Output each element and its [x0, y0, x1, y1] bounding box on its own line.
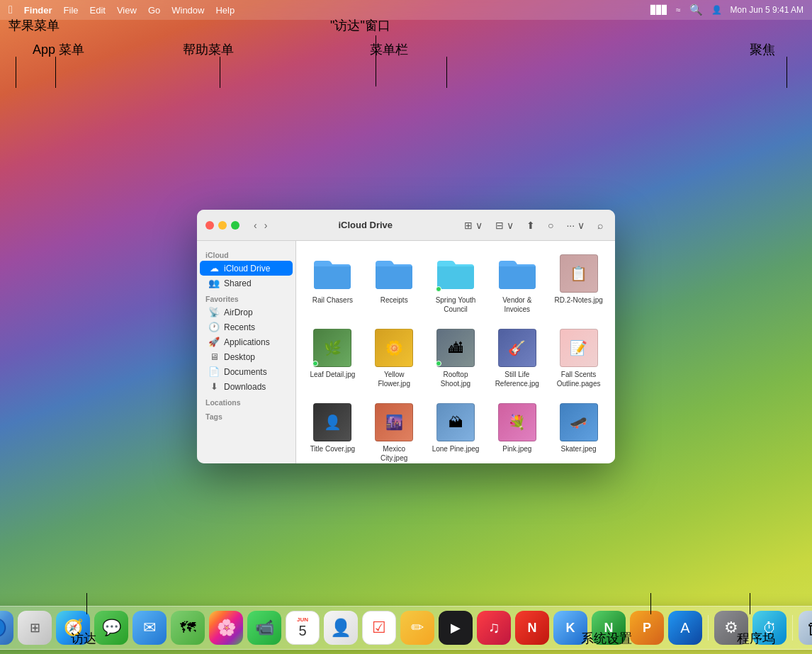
folder-svg — [312, 256, 352, 291]
share-button[interactable]: ⬆ — [523, 218, 538, 233]
view-grid-button[interactable]: ⊞ ∨ — [461, 218, 486, 233]
safari-icon: 🧭 — [64, 619, 83, 637]
sidebar-item-shared[interactable]: 👥 Shared — [200, 276, 293, 291]
file-item-lone-pine[interactable]: 🏔 Lone Pine.jpeg — [428, 398, 484, 463]
dock-item-appletv[interactable]: ▶ — [439, 611, 473, 645]
finder-menu-item[interactable]: Finder — [24, 5, 52, 16]
documents-icon: 📄 — [208, 366, 220, 377]
sidebar-item-icloud-drive[interactable]: ☁ iCloud Drive — [200, 261, 293, 276]
news-icon: N — [528, 621, 537, 636]
dock-item-music[interactable]: ♫ — [477, 611, 511, 645]
dock-item-mail[interactable]: ✉ — [132, 611, 167, 645]
dock-item-screentime[interactable]: ⏱ — [752, 611, 786, 645]
dock-item-launchpad[interactable]: ⊞ — [18, 611, 52, 645]
minimize-button[interactable] — [218, 221, 227, 230]
image-icon-wrapper: 📝 — [558, 328, 600, 368]
file-item-title-cover[interactable]: 👤 Title Cover.jpg — [305, 398, 361, 463]
launchpad-icon: ⊞ — [30, 620, 40, 636]
recents-label: Recents — [224, 322, 255, 332]
dock-item-numbers[interactable]: N — [592, 611, 626, 645]
image-icon-wrapper: 🌼 — [373, 328, 415, 368]
edit-menu-item[interactable]: Edit — [90, 5, 106, 16]
file-grid: Rail Chasers Receipts — [305, 249, 607, 463]
sidebar-item-airdrop[interactable]: 📡 AirDrop — [200, 305, 293, 320]
apple-menu-item[interactable]:  — [9, 4, 13, 16]
sidebar-item-recents[interactable]: 🕐 Recents — [200, 320, 293, 334]
dock-item-facetime[interactable]: 📹 — [247, 611, 281, 645]
sidebar-item-downloads[interactable]: ⬇ Downloads — [200, 379, 293, 394]
dock-item-maps[interactable]: 🗺 — [171, 611, 205, 645]
user-icon[interactable]: 👤 — [711, 5, 722, 15]
pages-thumbnail: 📝 — [560, 329, 598, 367]
sidebar-item-applications[interactable]: 🚀 Applications — [200, 334, 293, 349]
back-button[interactable]: ‹ — [251, 218, 260, 232]
dock-item-reminders[interactable]: ☑ — [362, 611, 396, 645]
folder-icon-wrapper — [311, 254, 354, 293]
file-item-spring-youth[interactable]: Spring Youth Council — [428, 249, 484, 318]
sidebar-item-desktop[interactable]: 🖥 Desktop — [200, 349, 293, 364]
file-item-mexico-city[interactable]: 🌆 Mexico City.jpeg — [366, 398, 422, 463]
image-thumbnail: 🎸 — [498, 329, 536, 367]
dock-item-system-settings[interactable]: ⚙ — [714, 611, 748, 645]
tag-button[interactable]: ○ — [544, 218, 557, 233]
file-menu-item[interactable]: File — [64, 5, 79, 16]
desktop-label: Desktop — [224, 352, 255, 362]
file-item-pink[interactable]: 💐 Pink.jpeg — [489, 398, 545, 463]
window-menu-item[interactable]: Window — [171, 5, 204, 16]
go-menu-item[interactable]: Go — [148, 5, 160, 16]
icloud-section-label: iCloud — [197, 247, 295, 261]
help-menu-item[interactable]: Help — [215, 5, 235, 16]
wifi-icon: ≈ — [676, 5, 681, 15]
file-item-leaf[interactable]: 🌿 Leaf Detail.jpg — [305, 324, 361, 393]
file-item-still-life[interactable]: 🎸 Still Life Reference.jpg — [489, 324, 545, 393]
dock-item-appstore[interactable]: A — [668, 611, 702, 645]
sync-dot — [436, 361, 441, 366]
folder-icon-wrapper — [434, 254, 477, 293]
zoom-button[interactable] — [231, 221, 239, 230]
sort-button[interactable]: ⊟ ∨ — [492, 218, 517, 233]
shared-label: Shared — [224, 278, 252, 288]
recents-icon: 🕐 — [208, 322, 220, 332]
file-item-rd2notes[interactable]: 📋 RD.2-Notes.jpg — [551, 249, 607, 318]
dock-item-pages[interactable]: P — [630, 611, 664, 645]
dock-item-calendar[interactable]: JUN 5 — [286, 611, 320, 645]
file-label: Mexico City.jpeg — [369, 444, 419, 463]
file-item-vendor[interactable]: Vendor & Invoices — [489, 249, 545, 318]
forward-button[interactable]: › — [261, 218, 271, 232]
sidebar-item-documents[interactable]: 📄 Documents — [200, 364, 293, 379]
downloads-icon: ⬇ — [208, 381, 220, 392]
close-button[interactable] — [205, 221, 214, 230]
search-icon[interactable]: 🔍 — [689, 4, 703, 16]
dock-item-contacts[interactable]: 👤 — [324, 611, 358, 645]
image-thumbnail: 📋 — [560, 254, 598, 293]
dock-item-news[interactable]: N — [515, 611, 549, 645]
photos-icon: 🌸 — [217, 619, 236, 637]
dock-item-safari[interactable]: 🧭 — [56, 611, 90, 645]
more-button[interactable]: ··· ∨ — [563, 218, 588, 233]
dock: 🔵 ⊞ 🧭 💬 ✉ 🗺 🌸 📹 JUN 5 👤 ☑ — [0, 606, 812, 650]
image-icon-wrapper: 📋 — [558, 254, 600, 293]
file-item-rooftop[interactable]: 🏙 Rooftop Shoot.jpg — [428, 324, 484, 393]
calendar-day: 5 — [298, 623, 306, 638]
file-item-fall-scents[interactable]: 📝 Fall Scents Outline.pages — [551, 324, 607, 393]
dock-item-freeform[interactable]: ✏ — [400, 611, 434, 645]
view-menu-item[interactable]: View — [117, 5, 137, 16]
folder-svg — [497, 256, 537, 291]
documents-label: Documents — [224, 367, 267, 377]
file-item-yellow-flower[interactable]: 🌼 Yellow Flower.jpg — [366, 324, 422, 393]
image-thumbnail: 🌿 — [313, 329, 351, 367]
file-label: Rooftop Shoot.jpg — [431, 370, 480, 388]
dock-item-keynote[interactable]: K — [553, 611, 587, 645]
finder-toolbar: ‹ › iCloud Drive ⊞ ∨ ⊟ ∨ ⬆ ○ ··· ∨ ⌕ — [197, 210, 615, 241]
file-item-rail-chasers[interactable]: Rail Chasers — [305, 249, 361, 318]
dock-item-photos[interactable]: 🌸 — [209, 611, 243, 645]
dock-item-finder[interactable]: 🔵 — [0, 611, 13, 645]
messages-icon: 💬 — [102, 619, 121, 637]
dock-item-trash[interactable]: 🗑 — [799, 611, 812, 645]
file-item-skater[interactable]: 🛹 Skater.jpeg — [551, 398, 607, 463]
file-label: Spring Youth Council — [431, 295, 480, 314]
dock-item-messages[interactable]: 💬 — [94, 611, 128, 645]
icloud-drive-label: iCloud Drive — [224, 264, 270, 274]
file-item-receipts[interactable]: Receipts — [366, 249, 422, 318]
search-button[interactable]: ⌕ — [594, 218, 607, 233]
